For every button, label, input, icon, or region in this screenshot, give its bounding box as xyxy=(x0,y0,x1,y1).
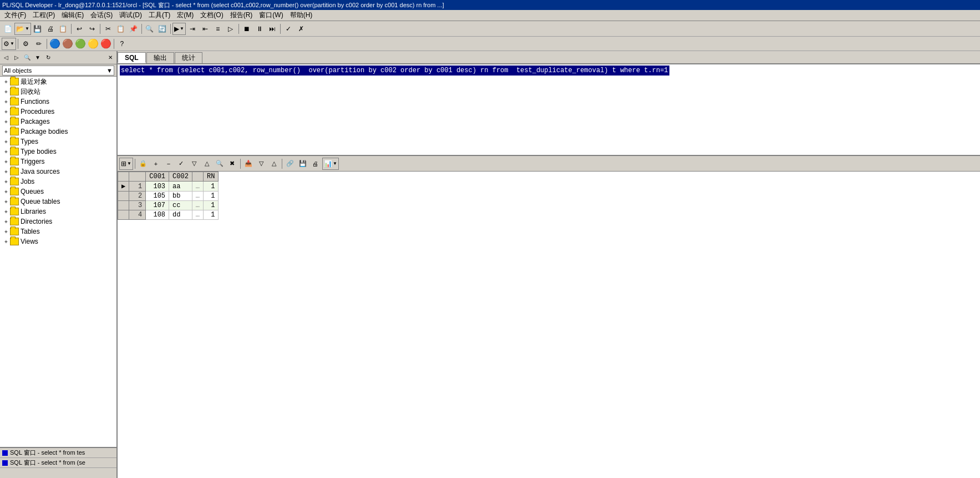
chart-dropdown[interactable]: 📊 ▼ xyxy=(322,158,339,170)
indent-button[interactable]: ⇥ xyxy=(186,23,199,35)
menu-help[interactable]: 帮助(H) xyxy=(287,10,316,21)
new-button[interactable]: 📄 xyxy=(2,23,14,35)
expander-procedures[interactable]: + xyxy=(2,108,10,115)
delete-row-button[interactable]: − xyxy=(163,158,175,170)
expander-package-bodies[interactable]: + xyxy=(2,128,10,135)
tree-item-type-bodies[interactable]: + Type bodies xyxy=(0,147,116,157)
cell-rn-2[interactable]: 1 xyxy=(204,192,219,201)
compile2-button[interactable]: 🟤 xyxy=(62,38,74,50)
expander-queue-tables[interactable]: + xyxy=(2,198,10,205)
add-row-button[interactable]: + xyxy=(150,158,162,170)
col-c002-header[interactable]: C002 xyxy=(169,172,192,182)
cell-rn-4[interactable]: 1 xyxy=(204,210,219,220)
import-button[interactable]: 📥 xyxy=(242,158,255,170)
tree-item-views[interactable]: + Views xyxy=(0,237,116,246)
menu-project[interactable]: 工程(P) xyxy=(29,10,58,21)
paste-button[interactable]: 📌 xyxy=(128,23,140,35)
undo-button[interactable]: ↩ xyxy=(73,23,85,35)
tree-item-triggers[interactable]: + Triggers xyxy=(0,157,116,167)
expander-jobs[interactable]: + xyxy=(2,178,10,185)
objects-dropdown[interactable]: All objects ▼ xyxy=(2,66,114,76)
menu-edit[interactable]: 编辑(E) xyxy=(58,10,87,21)
find-button[interactable]: 🔍 xyxy=(144,23,156,35)
sql-content[interactable]: select * from (select c001,c002, row_num… xyxy=(120,66,669,76)
filter-down-button[interactable]: ▽ xyxy=(188,158,200,170)
table-row[interactable]: 2 105 bb … 1 xyxy=(118,192,219,201)
cell-rn-3[interactable]: 1 xyxy=(204,201,219,210)
left-back-button[interactable]: ◁ xyxy=(1,53,11,63)
menu-file[interactable]: 文件(F) xyxy=(1,10,29,21)
tab-stats[interactable]: 统计 xyxy=(175,52,202,63)
cell-c001-3[interactable]: 107 xyxy=(146,201,169,210)
menu-doc[interactable]: 文档(O) xyxy=(197,10,226,21)
left-refresh-button[interactable]: ↻ xyxy=(43,53,53,63)
connect1-button[interactable]: 🟢 xyxy=(74,38,87,50)
cut-button[interactable]: ✂ xyxy=(102,23,114,35)
expander-recent[interactable]: + xyxy=(2,78,10,85)
rollback-button[interactable]: ✗ xyxy=(295,23,307,35)
format-button[interactable]: ≡ xyxy=(212,23,224,35)
col-rn-header[interactable]: RN xyxy=(204,172,219,182)
expander-recyclebin[interactable]: + xyxy=(2,88,10,95)
left-forward-button[interactable]: ▷ xyxy=(12,53,22,63)
tree-item-package-bodies[interactable]: + Package bodies xyxy=(0,127,116,137)
cell-c002-1[interactable]: aa xyxy=(169,182,192,192)
sql-editor[interactable]: select * from (select c001,c002, row_num… xyxy=(118,64,980,156)
open-dropdown[interactable]: 📂▼ xyxy=(14,23,31,35)
confirm-button[interactable]: ✓ xyxy=(175,158,187,170)
menu-debug[interactable]: 调试(D) xyxy=(116,10,145,21)
sort-button[interactable]: △ xyxy=(268,158,280,170)
expander-java-sources[interactable]: + xyxy=(2,168,10,175)
save-button[interactable]: 💾 xyxy=(32,23,44,35)
replace-button[interactable]: 🔄 xyxy=(156,23,169,35)
expander-types[interactable]: + xyxy=(2,138,10,145)
tree-item-tables[interactable]: + Tables xyxy=(0,227,116,237)
cell-c001-2[interactable]: 105 xyxy=(146,192,169,201)
lock-button[interactable]: 🔒 xyxy=(137,158,149,170)
col-c001-header[interactable]: C001 xyxy=(146,172,169,182)
connect3-button[interactable]: 🔴 xyxy=(100,38,112,50)
grid-view-dropdown[interactable]: ⊞ ▼ xyxy=(119,158,133,170)
run-script-button[interactable]: ▷ xyxy=(225,23,237,35)
compile1-button[interactable]: 🔵 xyxy=(49,38,61,50)
menu-report[interactable]: 报告(R) xyxy=(227,10,256,21)
step-button[interactable]: ⏭ xyxy=(266,23,278,35)
pause-button[interactable]: ⏸ xyxy=(253,23,266,35)
filter-up-button[interactable]: △ xyxy=(201,158,213,170)
expander-tables[interactable]: + xyxy=(2,228,10,235)
clear-filter-button[interactable]: ✖ xyxy=(226,158,238,170)
edit-pencil-button[interactable]: ✏ xyxy=(33,38,45,50)
commit-button[interactable]: ✓ xyxy=(282,23,294,35)
expander-triggers[interactable]: + xyxy=(2,158,10,165)
cell-rn-1[interactable]: 1 xyxy=(204,182,219,192)
cell-c001-4[interactable]: 108 xyxy=(146,210,169,220)
redo-button[interactable]: ↪ xyxy=(86,23,98,35)
help-button[interactable]: ? xyxy=(116,38,128,50)
tree-item-queues[interactable]: + Queues xyxy=(0,187,116,197)
tree-item-libraries[interactable]: + Libraries xyxy=(0,207,116,217)
table-row[interactable]: 4 108 dd … 1 xyxy=(118,210,219,220)
tree-item-queue-tables[interactable]: + Queue tables xyxy=(0,197,116,207)
results-table-wrap[interactable]: C001 C002 RN ▶ 1 103 aa … xyxy=(118,172,980,478)
cell-c002-4[interactable]: dd xyxy=(169,210,192,220)
tree-item-types[interactable]: + Types xyxy=(0,137,116,147)
menu-macro[interactable]: 宏(M) xyxy=(174,10,197,21)
save-result-button[interactable]: 💾 xyxy=(297,158,309,170)
cell-c002-3[interactable]: cc xyxy=(169,201,192,210)
link-button[interactable]: 🔗 xyxy=(284,158,296,170)
expander-type-bodies[interactable]: + xyxy=(2,148,10,155)
tree-item-packages[interactable]: + Packages xyxy=(0,117,116,127)
config-dropdown[interactable]: ⚙▼ xyxy=(2,38,16,50)
print-result-button[interactable]: 🖨 xyxy=(309,158,322,170)
outdent-button[interactable]: ⇤ xyxy=(199,23,211,35)
expander-libraries[interactable]: + xyxy=(2,208,10,215)
stop-button[interactable]: ⏹ xyxy=(241,23,253,35)
left-filter-button[interactable]: ▼ xyxy=(33,53,43,63)
tree-item-recent[interactable]: + 最近对象 xyxy=(0,77,116,87)
search-result-button[interactable]: 🔍 xyxy=(214,158,226,170)
expander-functions[interactable]: + xyxy=(2,98,10,105)
tree-item-recyclebin[interactable]: + 回收站 xyxy=(0,87,116,97)
taskbar-item-1[interactable]: SQL 窗口 - select * from tes xyxy=(0,448,116,458)
expander-directories[interactable]: + xyxy=(2,218,10,225)
menu-tools[interactable]: 工具(T) xyxy=(145,10,174,21)
